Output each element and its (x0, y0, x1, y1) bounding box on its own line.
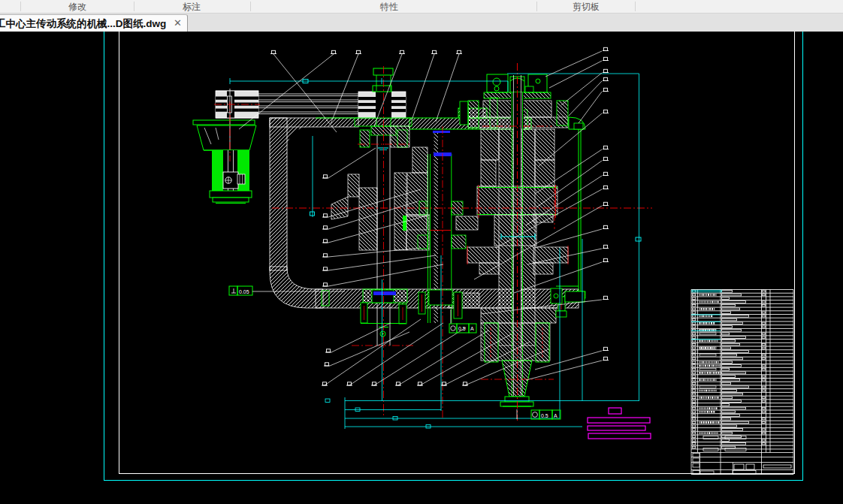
svg-text:A: A (554, 413, 557, 418)
svg-text:0.5: 0.5 (541, 413, 548, 418)
svg-text:0.05: 0.05 (239, 289, 249, 294)
svg-text:0.5: 0.5 (458, 326, 466, 331)
svg-text:A: A (470, 326, 474, 331)
